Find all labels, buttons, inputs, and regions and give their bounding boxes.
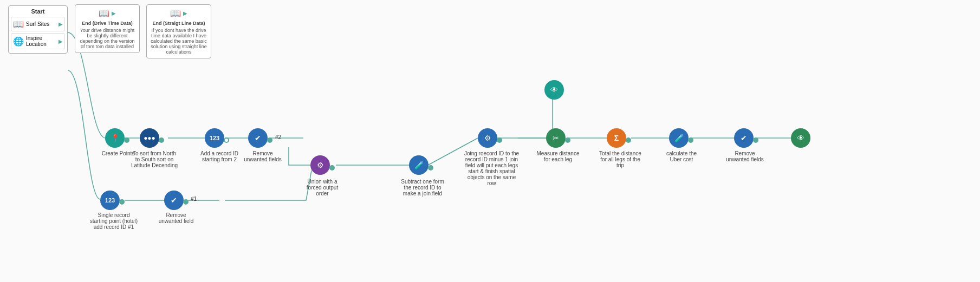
remove-unwanted-field-icon[interactable]: ✔ xyxy=(164,191,184,210)
hash1-label: #1 xyxy=(191,196,197,202)
remove-unwanted-2-label: Remove unwanted fields xyxy=(723,150,767,162)
subtract-one-label: Subtract one form the record ID to make … xyxy=(398,179,447,196)
end-drive-time-desc: Your drive distance might be slightly di… xyxy=(79,28,136,49)
subtract-one-icon[interactable]: 🧪 xyxy=(409,155,429,175)
calculate-uber-label: calculate the Uber cost xyxy=(660,150,703,162)
browse1-icon[interactable]: 👁 xyxy=(544,80,564,100)
workflow-canvas: { "start_box": { "title": "Start", "item… xyxy=(0,0,980,282)
sort-icon[interactable]: ●●● xyxy=(140,128,159,148)
sort-label: To sort from North to South sort on Lati… xyxy=(130,150,179,168)
start-title: Start xyxy=(11,8,65,15)
add-record-id-icon[interactable]: 123 xyxy=(205,128,224,148)
measure-distance-icon[interactable]: ✂ xyxy=(546,128,566,148)
hash2-label: #2 xyxy=(275,134,281,140)
create-points-icon[interactable]: 📍 xyxy=(105,128,125,148)
total-distance-icon[interactable]: Σ xyxy=(607,128,626,148)
remove-unwanted-1-label: Remove unwanted fields xyxy=(241,150,284,162)
end-straight-line-box: 📖 ▶ End (Straigt Line Data) If you dont … xyxy=(146,4,211,58)
end-straight-line-desc: If you dont have the drive time data ava… xyxy=(150,28,207,55)
union-icon[interactable]: ⚙ xyxy=(310,155,330,175)
end-straight-line-title: End (Straigt Line Data) xyxy=(150,21,207,26)
join-record-label: Joing roecord ID to the record ID minus … xyxy=(463,150,520,186)
remove-unwanted-2-icon[interactable]: ✔ xyxy=(734,128,754,148)
union-label: Union with a forced output order xyxy=(301,179,344,196)
single-record-icon[interactable]: 123 xyxy=(100,191,120,210)
end-drive-time-title: End (Drive Time Data) xyxy=(79,21,136,26)
join-record-icon[interactable]: ⚙ xyxy=(478,128,497,148)
browse2-icon[interactable]: 👁 xyxy=(791,128,810,148)
add-record-id-label: Add a record ID starting from 2 xyxy=(195,150,244,162)
surf-sites-item[interactable]: 📖 Surf Sites ▶ xyxy=(11,17,65,31)
remove-unwanted-1-icon[interactable]: ✔ xyxy=(248,128,268,148)
remove-unwanted-field-label: Remove unwanted field xyxy=(154,212,198,224)
single-record-label: Single record starting point (hotel) add… xyxy=(89,212,138,230)
inspire-location-item[interactable]: 🌐 Inspire Location ▶ xyxy=(11,33,65,49)
measure-distance-label: Measure distance for each leg xyxy=(536,150,580,162)
start-box: Start 📖 Surf Sites ▶ 🌐 Inspire Location … xyxy=(8,5,68,54)
total-distance-label: Total the distance for all legs of the t… xyxy=(596,150,645,168)
end-drive-time-box: 📖 ▶ End (Drive Time Data) Your drive dis… xyxy=(75,4,140,53)
calculate-uber-icon[interactable]: 🧪 xyxy=(669,128,689,148)
